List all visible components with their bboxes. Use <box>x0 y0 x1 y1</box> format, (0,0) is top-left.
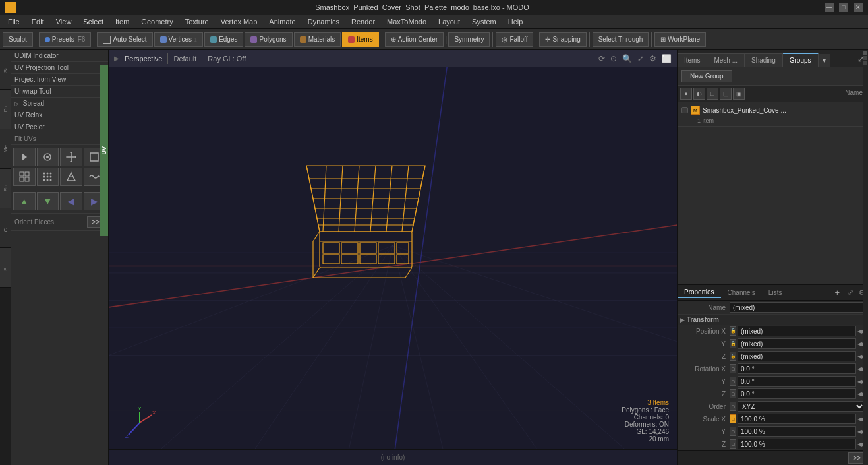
polygons-btn[interactable]: Polygons <box>245 32 292 47</box>
sidebar-udim[interactable]: UDIM Indicator <box>11 50 108 62</box>
minimize-btn[interactable]: — <box>825 3 834 12</box>
sidebar-uvpeeler[interactable]: UV Peeler <box>11 121 108 133</box>
pos-z-lock[interactable]: 🔒 <box>730 352 736 361</box>
items-btn[interactable]: Items <box>342 32 378 47</box>
pos-y-lock[interactable]: 🔒 <box>730 339 736 348</box>
menu-edit[interactable]: Edit <box>26 16 49 27</box>
menu-animate[interactable]: Animate <box>264 16 301 27</box>
snapping-btn[interactable]: ✛ Snapping <box>539 32 586 47</box>
tab-items[interactable]: Items <box>678 53 707 67</box>
vtab-6[interactable]: F... <box>0 248 11 288</box>
it-sel-btn[interactable]: ◫ <box>720 88 732 100</box>
rot-z-input[interactable] <box>738 388 856 399</box>
arrow-down-btn[interactable]: ▼ <box>37 192 59 210</box>
menu-geometry[interactable]: Geometry <box>136 16 178 27</box>
raygl-label[interactable]: Ray GL: Off <box>208 55 246 63</box>
vertices-btn[interactable]: Vertices 1 <box>154 32 204 47</box>
select-through-btn[interactable]: Select Through <box>593 32 649 47</box>
tool-grid-btn[interactable] <box>13 168 36 186</box>
menu-vertexmap[interactable]: Vertex Map <box>216 16 263 27</box>
vp-icon-search[interactable]: 🔍 <box>622 54 632 63</box>
rot-x-lock[interactable]: □ <box>730 364 736 373</box>
props-tab-properties[interactable]: Properties <box>678 287 721 298</box>
auto-select-btn[interactable]: Auto Select <box>97 32 152 47</box>
sidebar-unwrap[interactable]: Unwrap Tool <box>11 86 108 98</box>
new-group-btn[interactable]: New Group <box>681 70 732 82</box>
props-tab-channels[interactable]: Channels <box>721 288 762 297</box>
props-expand-icon[interactable]: ⤢ <box>845 287 856 298</box>
tab-dropdown[interactable]: ▾ <box>819 54 830 67</box>
tab-shading[interactable]: Shading <box>745 53 783 67</box>
rot-x-input[interactable] <box>738 363 856 374</box>
tool-move-btn[interactable] <box>60 148 82 166</box>
maximize-btn[interactable]: □ <box>839 3 848 12</box>
order-lock[interactable]: □ <box>730 402 736 411</box>
it-eye-btn[interactable]: ● <box>680 88 692 100</box>
vtab-4[interactable]: Ro <box>0 169 11 208</box>
list-item[interactable]: M Smashbox_Punked_Cove ... <box>678 104 868 117</box>
sidebar-uvrelax[interactable]: UV Relax <box>11 109 108 121</box>
pos-x-input[interactable] <box>738 326 856 336</box>
pos-y-input[interactable] <box>738 338 856 349</box>
scale-y-input[interactable] <box>738 426 856 437</box>
scale-x-input[interactable] <box>738 414 856 424</box>
vtab-3[interactable]: Me <box>0 129 11 169</box>
tab-mesh[interactable]: Mesh ... <box>707 53 745 67</box>
rot-z-lock[interactable]: □ <box>730 389 736 398</box>
default-label[interactable]: Default <box>173 55 196 63</box>
tool-arrow-btn[interactable] <box>13 148 36 166</box>
action-center-btn[interactable]: ⊕ Action Center <box>385 32 444 47</box>
order-select[interactable]: XYZ XZY YXZ ZXY <box>738 401 865 412</box>
sidebar-uvproj[interactable]: UV Projection Tool <box>11 62 108 74</box>
menu-item[interactable]: Item <box>110 16 134 27</box>
vp-icon-rotate[interactable]: ⟳ <box>598 54 605 63</box>
scale-x-lock[interactable]: □ <box>730 414 736 423</box>
perspective-label[interactable]: Perspective <box>125 55 162 63</box>
pos-x-lock[interactable]: 🔒 <box>730 326 736 336</box>
arrow-left-btn[interactable]: ◀ <box>60 192 82 210</box>
edges-btn[interactable]: Edges <box>204 32 243 47</box>
vp-icon-settings[interactable]: ⚙ <box>649 54 656 63</box>
sidebar-projectview[interactable]: Project from View <box>11 74 108 86</box>
props-tab-lists[interactable]: Lists <box>762 288 789 297</box>
menu-texture[interactable]: Texture <box>180 16 214 27</box>
vtab-5[interactable]: C... <box>0 208 11 248</box>
rot-y-lock[interactable]: □ <box>730 377 736 386</box>
tab-groups[interactable]: Groups <box>783 53 819 67</box>
materials-btn[interactable]: Materials <box>294 32 341 47</box>
scale-y-lock[interactable]: □ <box>730 427 736 436</box>
symmetry-btn[interactable]: Symmetry <box>448 32 490 47</box>
menu-layout[interactable]: Layout <box>433 16 465 27</box>
it-render-btn[interactable]: □ <box>707 88 718 100</box>
it-lock-btn[interactable]: ◐ <box>693 88 705 100</box>
scale-z-input[interactable] <box>738 439 856 449</box>
vp-icon-camera[interactable]: ⊙ <box>610 54 617 63</box>
menu-render[interactable]: Render <box>346 16 380 27</box>
tool-dots-btn[interactable] <box>37 168 59 186</box>
menu-help[interactable]: Help <box>503 16 529 27</box>
close-btn[interactable]: ✕ <box>854 3 863 12</box>
menu-select[interactable]: Select <box>78 16 109 27</box>
menu-system[interactable]: System <box>467 16 502 27</box>
rot-y-input[interactable] <box>738 376 856 387</box>
menu-dynamics[interactable]: Dynamics <box>303 16 345 27</box>
viewport-canvas[interactable]: X Z Y 3 Items Polygons : Face Channels: … <box>109 67 677 465</box>
name-prop-input[interactable] <box>730 302 865 313</box>
tool-circle-btn[interactable] <box>37 148 59 166</box>
menu-maxtomodo[interactable]: MaxToModo <box>382 16 432 27</box>
tool-tri-btn[interactable] <box>60 168 82 186</box>
sculpt-btn[interactable]: Sculpt <box>3 32 33 47</box>
vp-icon-expand[interactable]: ⤢ <box>637 54 644 63</box>
scale-z-lock[interactable]: □ <box>730 439 736 449</box>
vtab-1[interactable]: Sc <box>0 50 11 90</box>
workplane-btn[interactable]: ⊞ WorkPlane <box>654 32 706 47</box>
falloff-btn[interactable]: ◎ Falloff <box>496 32 533 47</box>
vp-icon-max[interactable]: ⬜ <box>662 54 672 63</box>
pos-z-input[interactable] <box>738 351 856 361</box>
vtab-2[interactable]: Du <box>0 90 11 129</box>
arrow-up-btn[interactable]: ▲ <box>13 192 36 210</box>
menu-view[interactable]: View <box>51 16 77 27</box>
sidebar-spread[interactable]: ▷ Spread <box>11 98 108 109</box>
presets-btn[interactable]: Presets F6 <box>39 32 92 47</box>
props-add-btn[interactable]: + <box>829 286 845 299</box>
